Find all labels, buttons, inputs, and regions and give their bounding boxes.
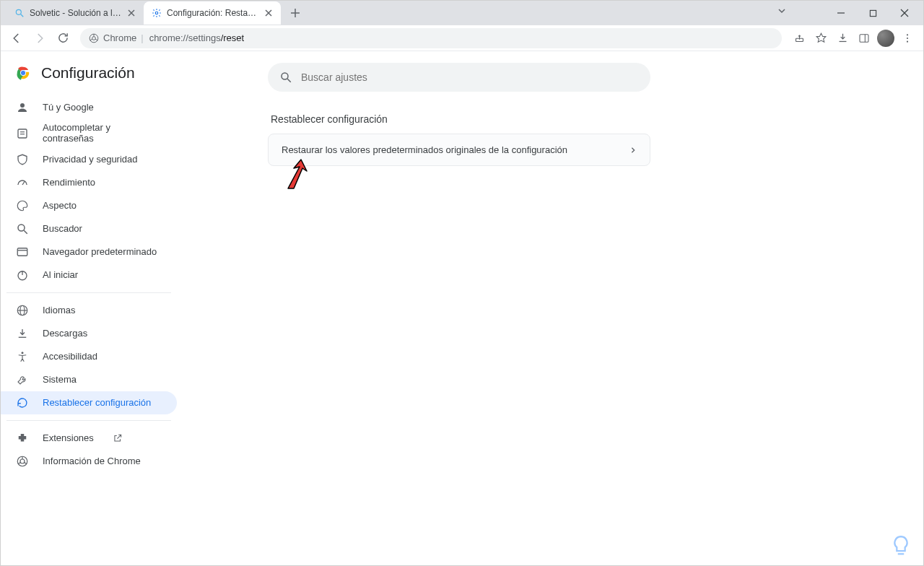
watermark-bulb-icon <box>889 534 913 558</box>
puzzle-icon <box>15 431 30 445</box>
svg-point-44 <box>22 352 24 354</box>
svg-point-23 <box>907 34 908 35</box>
reset-card: Restaurar los valores predeterminados or… <box>268 134 650 166</box>
chevron-right-icon <box>629 146 637 154</box>
sidebar-item-search[interactable]: Buscador <box>1 217 177 240</box>
svg-line-49 <box>25 463 27 464</box>
tabstrip: Solvetic - Solución a los problemas Conf… <box>6 1 305 25</box>
settings-sidebar: Configuración Tú y Google Autocompletar … <box>1 51 188 565</box>
close-icon[interactable] <box>263 8 274 18</box>
power-icon <box>15 268 30 282</box>
omnibox[interactable]: Chrome | chrome://settings/reset <box>80 28 782 48</box>
sidebar-item-languages[interactable]: Idiomas <box>1 299 177 322</box>
svg-rect-21 <box>860 34 868 42</box>
svg-line-1 <box>21 14 24 17</box>
downloads-icon[interactable] <box>832 28 853 48</box>
settings-search-input[interactable] <box>301 71 639 83</box>
tab-settings[interactable]: Configuración: Restablecer configuración <box>144 1 281 25</box>
close-window-button[interactable] <box>889 4 920 22</box>
chrome-outline-icon <box>15 454 30 469</box>
bookmark-icon[interactable] <box>811 28 831 48</box>
settings-main: Restablecer configuración Restaurar los … <box>188 51 923 565</box>
back-button[interactable] <box>6 28 27 48</box>
svg-rect-30 <box>18 129 27 138</box>
sidebar-item-about[interactable]: Información de Chrome <box>1 450 177 473</box>
settings-title: Configuración <box>41 64 135 82</box>
browser-toolbar: Chrome | chrome://settings/reset <box>1 25 923 51</box>
shield-icon <box>15 152 30 167</box>
svg-point-50 <box>282 73 288 79</box>
svg-point-24 <box>907 37 908 38</box>
chrome-logo-icon <box>15 65 31 81</box>
wrench-icon <box>15 373 30 387</box>
svg-line-48 <box>18 463 20 464</box>
svg-point-46 <box>20 459 25 463</box>
speedometer-icon <box>15 175 30 190</box>
restore-defaults-row[interactable]: Restaurar los valores predeterminados or… <box>269 134 650 165</box>
tab-solvetic[interactable]: Solvetic - Solución a los problemas <box>6 1 144 25</box>
search-icon <box>15 222 30 236</box>
sidebar-item-you-and-google[interactable]: Tú y Google <box>1 96 177 119</box>
external-link-icon <box>113 433 123 443</box>
search-icon <box>279 71 292 84</box>
newtab-button[interactable] <box>285 3 305 23</box>
row-label: Restaurar los valores predeterminados or… <box>282 144 567 155</box>
sidebar-item-appearance[interactable]: Aspecto <box>1 194 177 217</box>
svg-marker-19 <box>816 33 826 42</box>
svg-point-14 <box>92 36 96 40</box>
share-icon[interactable] <box>789 28 809 48</box>
gear-icon <box>151 7 162 19</box>
accessibility-icon <box>15 349 30 364</box>
window-titlebar: Solvetic - Solución a los problemas Conf… <box>1 1 923 25</box>
svg-rect-10 <box>870 10 876 16</box>
sidebar-item-system[interactable]: Sistema <box>1 368 177 391</box>
settings-page: Configuración Tú y Google Autocompletar … <box>1 51 923 565</box>
close-icon[interactable] <box>126 8 136 18</box>
sidebar-item-performance[interactable]: Rendimiento <box>1 171 177 194</box>
globe-icon <box>15 303 30 318</box>
scheme-label: Chrome <box>103 32 136 43</box>
download-icon <box>15 326 30 341</box>
svg-line-16 <box>90 39 92 40</box>
sidepanel-icon[interactable] <box>854 28 874 48</box>
sidebar-item-extensions[interactable]: Extensiones <box>1 427 177 450</box>
sidebar-item-autofill[interactable]: Autocompletar y contraseñas <box>1 119 177 148</box>
sidebar-separator <box>6 420 171 421</box>
svg-point-34 <box>18 225 25 231</box>
window-controls <box>825 4 920 22</box>
sidebar-item-accessibility[interactable]: Accesibilidad <box>1 345 177 368</box>
person-icon <box>15 100 30 115</box>
restore-icon <box>15 396 30 410</box>
sidebar-item-privacy[interactable]: Privacidad y seguridad <box>1 148 177 171</box>
magnifier-icon <box>14 7 25 19</box>
reload-button[interactable] <box>53 28 73 48</box>
maximize-button[interactable] <box>857 4 889 22</box>
svg-point-29 <box>20 103 25 108</box>
svg-point-0 <box>16 9 21 14</box>
settings-search[interactable] <box>268 63 650 92</box>
sidebar-item-on-startup[interactable]: Al iniciar <box>1 264 177 287</box>
sidebar-separator <box>6 292 171 293</box>
sidebar-item-downloads[interactable]: Descargas <box>1 322 177 345</box>
svg-point-4 <box>155 12 158 14</box>
svg-line-51 <box>287 79 291 82</box>
profile-avatar[interactable] <box>876 28 896 48</box>
svg-rect-36 <box>17 248 27 256</box>
chrome-scheme-icon: Chrome | <box>89 32 144 43</box>
minimize-button[interactable] <box>825 4 857 22</box>
autofill-icon <box>15 126 30 141</box>
chevron-down-icon[interactable] <box>777 6 786 15</box>
menu-kebab-icon[interactable] <box>897 28 918 48</box>
section-title: Restablecer configuración <box>271 113 923 125</box>
svg-line-17 <box>95 39 97 40</box>
browser-icon <box>15 245 30 259</box>
forward-button[interactable] <box>30 28 50 48</box>
svg-line-35 <box>24 230 27 234</box>
svg-point-25 <box>907 40 908 42</box>
sidebar-item-default-browser[interactable]: Navegador predeterminado <box>1 240 177 264</box>
palette-icon <box>15 199 30 213</box>
settings-brand: Configuración <box>1 60 188 92</box>
sidebar-item-reset[interactable]: Restablecer configuración <box>1 391 177 414</box>
tab-title: Configuración: Restablecer configuración <box>167 8 259 18</box>
tab-title: Solvetic - Solución a los problemas <box>30 8 122 18</box>
